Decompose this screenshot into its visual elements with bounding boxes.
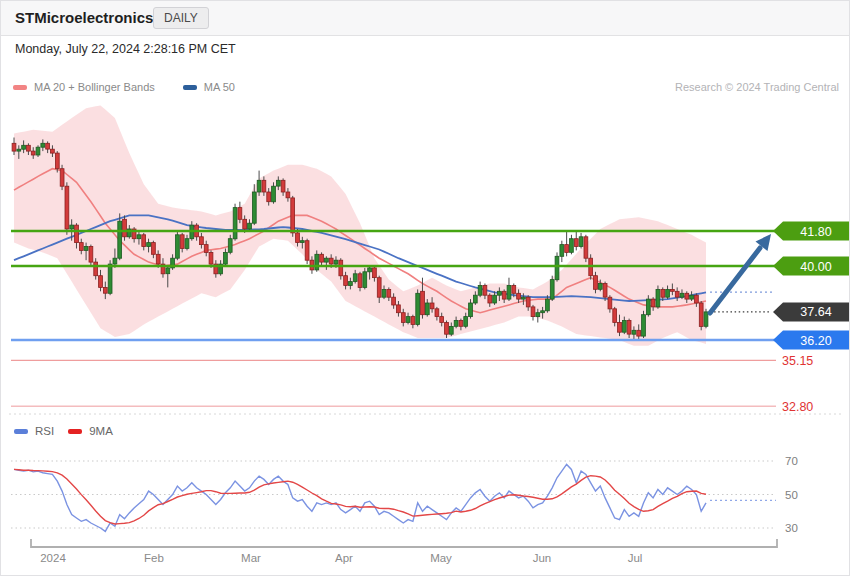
svg-text:40.00: 40.00	[800, 260, 831, 274]
price-axis-tags: 41.8040.0037.6436.2035.1532.80	[773, 222, 849, 414]
svg-text:35.15: 35.15	[782, 354, 813, 368]
svg-text:70: 70	[785, 455, 798, 467]
trading-central-chart-page: STMicroelectronics DAILY Monday, July 22…	[0, 0, 850, 576]
minor-level-lines	[11, 360, 776, 406]
svg-text:Feb: Feb	[144, 552, 164, 564]
bullish-arrow-icon	[710, 234, 771, 313]
svg-text:30: 30	[785, 522, 798, 534]
svg-text:Mar: Mar	[241, 552, 261, 564]
svg-text:50: 50	[785, 489, 798, 501]
price-tag-41.80: 41.80	[773, 222, 849, 241]
svg-text:37.64: 37.64	[800, 305, 831, 319]
price-tag-40.00: 40.00	[773, 257, 849, 276]
svg-text:Jul: Jul	[628, 552, 643, 564]
svg-text:Jun: Jun	[533, 552, 552, 564]
svg-text:36.20: 36.20	[800, 334, 831, 348]
price-chart-canvas[interactable]: 41.8040.0037.6436.2035.1532.80 705030 20…	[1, 1, 850, 576]
time-axis: 2024FebMarAprMayJunJul	[31, 539, 777, 564]
price-tag-37.64: 37.64	[773, 302, 849, 321]
svg-text:32.80: 32.80	[782, 400, 813, 414]
rsi-indicator-panel: 705030	[11, 455, 798, 534]
svg-text:2024: 2024	[40, 552, 66, 564]
price-tag-36.20: 36.20	[773, 331, 849, 350]
svg-text:41.80: 41.80	[800, 225, 831, 239]
projection-arrow-and-dotted-lines	[710, 234, 773, 313]
svg-text:Apr: Apr	[335, 552, 353, 564]
svg-text:May: May	[430, 552, 452, 564]
